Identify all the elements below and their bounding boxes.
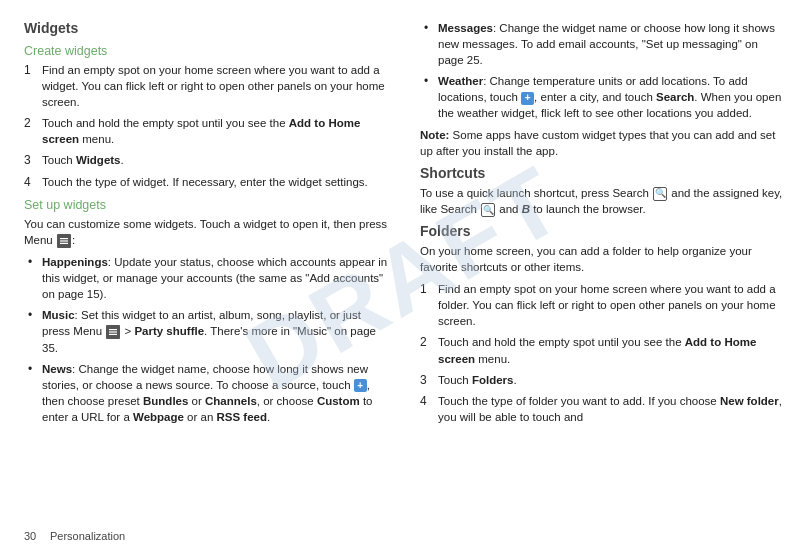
weather-text: Weather: Change temperature units or add…	[438, 73, 786, 121]
bullet-dot-3: •	[28, 361, 38, 425]
widgets-title: Widgets	[24, 20, 390, 36]
step-4-num: 4	[24, 174, 38, 190]
shortcuts-text: To use a quick launch shortcut, press Se…	[420, 185, 786, 217]
svg-rect-4	[109, 332, 117, 333]
create-step-3: 3 Touch Widgets.	[24, 152, 390, 168]
step-1-text: Find an empty spot on your home screen w…	[42, 62, 390, 110]
music-bullet: • Music: Set this widget to an artist, a…	[24, 307, 390, 355]
bullet-dot-msg: •	[424, 20, 434, 68]
svg-rect-3	[109, 329, 117, 330]
bullet-dot-weather: •	[424, 73, 434, 121]
folder-step-4-text: Touch the type of folder you want to add…	[438, 393, 786, 425]
step-4-text: Touch the type of widget. If necessary, …	[42, 174, 368, 190]
plus-icon-2: +	[521, 92, 534, 105]
folder-step-3-num: 3	[420, 372, 434, 388]
setup-widgets-header: Set up widgets	[24, 198, 390, 212]
create-widgets-header: Create widgets	[24, 44, 390, 58]
create-step-4: 4 Touch the type of widget. If necessary…	[24, 174, 390, 190]
svg-rect-1	[60, 240, 68, 241]
step-2-num: 2	[24, 115, 38, 147]
create-step-2: 2 Touch and hold the empty spot until yo…	[24, 115, 390, 147]
svg-rect-5	[109, 334, 117, 335]
folder-step-1-num: 1	[420, 281, 434, 329]
page-section-label: Personalization	[50, 530, 125, 542]
happenings-bullet: • Happenings: Update your status, choose…	[24, 254, 390, 302]
note-label: Note:	[420, 129, 449, 141]
plus-icon: +	[354, 379, 367, 392]
step-2-text: Touch and hold the empty spot until you …	[42, 115, 390, 147]
happenings-text: Happenings: Update your status, choose w…	[42, 254, 390, 302]
note-block: Note: Some apps have custom widget types…	[420, 127, 786, 159]
weather-bullet: • Weather: Change temperature units or a…	[420, 73, 786, 121]
music-text: Music: Set this widget to an artist, alb…	[42, 307, 390, 355]
left-column: Widgets Create widgets 1 Find an empty s…	[24, 20, 390, 536]
setup-intro: You can customize some widgets. Touch a …	[24, 216, 390, 248]
folder-step-1-text: Find an empty spot on your home screen w…	[438, 281, 786, 329]
news-text: News: Change the widget name, choose how…	[42, 361, 390, 425]
messages-text: Messages: Change the widget name or choo…	[438, 20, 786, 68]
folder-step-2-text: Touch and hold the empty spot until you …	[438, 334, 786, 366]
folder-step-4: 4 Touch the type of folder you want to a…	[420, 393, 786, 425]
bullet-dot-2: •	[28, 307, 38, 355]
folders-intro: On your home screen, you can add a folde…	[420, 243, 786, 275]
folder-step-2: 2 Touch and hold the empty spot until yo…	[420, 334, 786, 366]
folder-step-3-text: Touch Folders.	[438, 372, 517, 388]
messages-bullet: • Messages: Change the widget name or ch…	[420, 20, 786, 68]
svg-rect-0	[60, 238, 68, 239]
page-container: Widgets Create widgets 1 Find an empty s…	[0, 0, 810, 556]
bullet-dot: •	[28, 254, 38, 302]
svg-rect-2	[60, 243, 68, 244]
folder-step-3: 3 Touch Folders.	[420, 372, 786, 388]
menu-icon	[57, 234, 71, 248]
create-step-1: 1 Find an empty spot on your home screen…	[24, 62, 390, 110]
menu-icon-2	[106, 325, 120, 339]
page-number: 30	[24, 530, 36, 542]
folders-title: Folders	[420, 223, 786, 239]
shortcuts-title: Shortcuts	[420, 165, 786, 181]
folder-step-1: 1 Find an empty spot on your home screen…	[420, 281, 786, 329]
step-3-num: 3	[24, 152, 38, 168]
step-1-num: 1	[24, 62, 38, 110]
key-b: B	[522, 203, 530, 215]
search-icon-2: 🔍	[481, 203, 495, 217]
folder-step-2-num: 2	[420, 334, 434, 366]
news-bullet: • News: Change the widget name, choose h…	[24, 361, 390, 425]
step-3-text: Touch Widgets.	[42, 152, 124, 168]
search-icon-1: 🔍	[653, 187, 667, 201]
folder-step-4-num: 4	[420, 393, 434, 425]
right-column: • Messages: Change the widget name or ch…	[420, 20, 786, 536]
